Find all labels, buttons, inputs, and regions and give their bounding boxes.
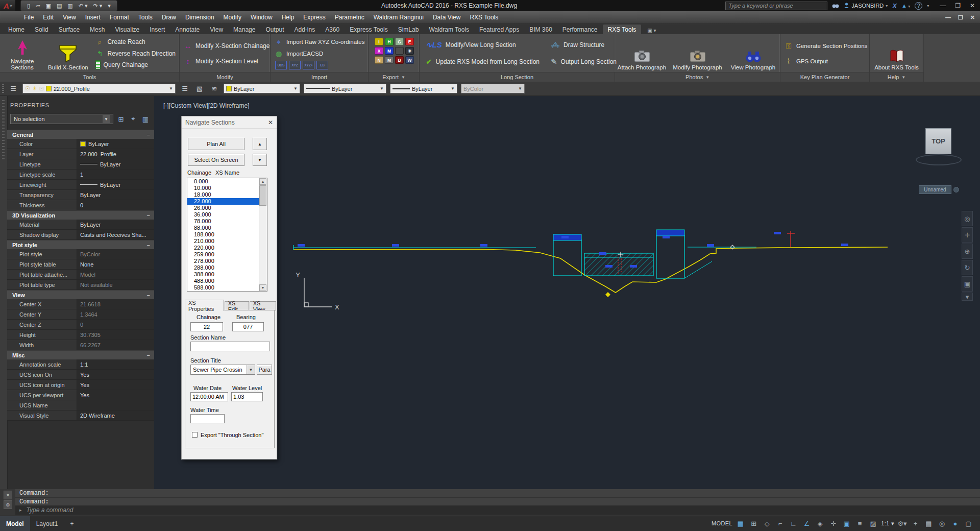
menu-item[interactable]: Dimension — [181, 14, 219, 21]
property-row[interactable]: Material ByLayer — [7, 220, 154, 230]
lineweight-icon[interactable]: ≡ — [853, 519, 866, 529]
view-photograph-button[interactable]: View Photograph — [726, 34, 780, 73]
doc-restore-button[interactable]: ❐ — [958, 14, 963, 21]
qat-menu-icon[interactable]: ▾ — [108, 3, 111, 9]
object-type-select[interactable]: No selection ▼ — [10, 114, 113, 124]
object-snap-tracking-icon[interactable]: ✛ — [827, 519, 840, 529]
layer-select[interactable]: ☉ ☀ ⊡ 22.000_Profile ▼ — [22, 84, 176, 93]
annotation-monitor-icon[interactable]: + — [909, 519, 922, 529]
dialog-close-icon[interactable]: ✕ — [268, 119, 273, 126]
lineweight-select[interactable]: ByLayer ▼ — [390, 84, 457, 93]
ribbon-minimize-icon[interactable]: ▣ ▾ — [644, 27, 659, 34]
export-format-button[interactable]: B — [395, 56, 404, 64]
ribbon-tab[interactable]: Add-ins — [289, 25, 320, 34]
water-level-field[interactable] — [231, 392, 263, 401]
ribbon-tab[interactable]: Insert — [144, 25, 170, 34]
import-raw-xyz-button[interactable]: ⌖ Import Raw XYZ Co-ordinates — [274, 36, 364, 47]
export-format-button[interactable]: N — [375, 56, 383, 64]
menu-item[interactable]: Window — [246, 14, 277, 21]
import-format-button[interactable]: UDS — [275, 61, 287, 69]
viewcube-compass-ring[interactable] — [916, 154, 962, 165]
select-objects-icon[interactable]: ⌖ — [129, 114, 138, 124]
command-customize-icon[interactable]: ⚙ — [4, 500, 12, 509]
collapse-icon[interactable]: − — [147, 292, 150, 298]
menu-item[interactable]: Insert — [81, 14, 105, 21]
save-as-icon[interactable]: ▤ — [57, 3, 62, 9]
export-format-button[interactable]: H — [385, 38, 394, 45]
modify-xsection-level-button[interactable]: ↕ Modify X-Section Level — [183, 56, 270, 66]
doc-close-button[interactable]: ✕ — [970, 14, 975, 21]
object-snap-icon[interactable]: ▣ — [840, 519, 853, 529]
property-row[interactable]: Thickness 0 — [7, 200, 154, 210]
draw-structure-button[interactable]: Draw Structure — [551, 41, 617, 49]
orbit-icon[interactable]: ↻ — [962, 260, 973, 275]
export-format-button[interactable]: X — [375, 47, 383, 55]
signin-user-button[interactable]: JASONBIRD▾ — [844, 3, 888, 9]
isolate-objects-icon[interactable]: ◎ — [936, 519, 948, 529]
panel-label-export[interactable]: Export▼ — [369, 72, 419, 82]
undo-icon[interactable]: ↶ ▾ — [79, 3, 88, 9]
clean-screen-icon[interactable]: ▢ — [962, 519, 975, 529]
redo-icon[interactable]: ↷ ▾ — [93, 3, 103, 9]
panel-label-photos[interactable]: Photos▼ — [615, 72, 780, 82]
export-format-button[interactable]: G — [395, 38, 404, 45]
panel-label-help[interactable]: Help▼ — [870, 72, 923, 82]
plan-all-button[interactable]: Plan All — [188, 138, 244, 150]
collapse-icon[interactable]: − — [147, 132, 150, 138]
viewcube[interactable]: TOP — [925, 128, 951, 154]
chainage-item[interactable]: 210.000 — [187, 238, 267, 245]
property-row[interactable]: Shadow display Casts and Receives Sha... — [7, 230, 154, 240]
chainage-item[interactable]: 36.000 — [187, 211, 267, 218]
chainage-item[interactable]: 278.000 — [187, 258, 267, 264]
dialog-title-bar[interactable]: Navigate Sections ✕ — [182, 116, 277, 129]
layer-freeze-icon[interactable]: ☀ — [32, 85, 37, 92]
full-navigation-wheel-icon[interactable]: ◎ — [962, 211, 973, 226]
water-time-field[interactable] — [190, 414, 225, 423]
gps-output-button[interactable]: ⌇ GPS Output — [784, 56, 867, 66]
ribbon-tab[interactable]: Waldram Tools — [424, 25, 474, 34]
ribbon-tab[interactable]: Surface — [54, 25, 85, 34]
section-header-misc[interactable]: Misc− — [7, 350, 154, 359]
select-on-screen-button[interactable]: Select On Screen — [188, 154, 244, 166]
scroll-up-icon[interactable]: ▲ — [259, 178, 266, 185]
import-eacsd-button[interactable]: ◍ ImportEACSD — [274, 48, 364, 59]
property-row[interactable]: UCS Name — [7, 400, 154, 411]
water-date-field[interactable] — [190, 392, 228, 401]
property-row[interactable]: UCS icon at origin Yes — [7, 380, 154, 390]
dialog-tab[interactable]: XS Properties — [185, 300, 224, 311]
modify-photograph-button[interactable]: Modify Photograph — [671, 34, 724, 73]
drawing-area[interactable]: Y X [-][Custom View][2D Wireframe] TOP U… — [154, 96, 980, 489]
showmotion-icon[interactable]: ▣ — [962, 276, 973, 292]
layer-lock-icon[interactable]: ⊡ — [39, 85, 44, 92]
chainage-item[interactable]: 22.000 — [187, 198, 267, 205]
property-row[interactable]: Center Y 1.3464 — [7, 309, 154, 320]
scroll-down-icon[interactable]: ▼ — [259, 284, 266, 291]
para-button[interactable]: Para — [257, 365, 272, 375]
command-close-icon[interactable]: ✕ — [4, 491, 12, 499]
ribbon-tab[interactable]: Manage — [228, 25, 260, 34]
bearing-field[interactable] — [232, 322, 264, 331]
export-format-button[interactable]: I — [375, 38, 383, 45]
ribbon-tab[interactable]: Mesh — [85, 25, 110, 34]
command-input[interactable] — [26, 506, 980, 514]
property-row[interactable]: Color ByLayer — [7, 139, 154, 149]
scroll-thumb[interactable] — [259, 185, 266, 206]
chainage-item[interactable]: 588.000 — [187, 284, 267, 291]
reverse-reach-direction-button[interactable]: ↰ Reverse Reach Direction — [95, 49, 176, 59]
layout1-tab[interactable]: Layout1 — [30, 516, 64, 531]
collapse-icon[interactable]: − — [147, 242, 150, 248]
section-header-plot-style[interactable]: Plot style− — [7, 240, 154, 249]
chainage-item[interactable]: 18.000 — [187, 191, 267, 198]
chainage-item[interactable]: 78.000 — [187, 218, 267, 225]
menu-item[interactable]: Draw — [157, 14, 181, 21]
dynamic-input-icon[interactable]: ⌐ — [774, 519, 787, 529]
chainage-item[interactable]: 88.000 — [187, 225, 267, 231]
open-file-icon[interactable]: ▱ — [36, 3, 40, 9]
navigate-sections-button[interactable]: Navigate Sections — [0, 34, 44, 73]
chainage-item[interactable]: 488.000 — [187, 278, 267, 284]
doc-minimize-button[interactable]: — — [945, 14, 951, 21]
property-row[interactable]: Plot style table None — [7, 259, 154, 270]
chainage-item[interactable]: 10.000 — [187, 185, 267, 191]
ribbon-tab[interactable]: Output — [260, 25, 289, 34]
layer-states-icon[interactable]: ≋ — [209, 84, 220, 94]
